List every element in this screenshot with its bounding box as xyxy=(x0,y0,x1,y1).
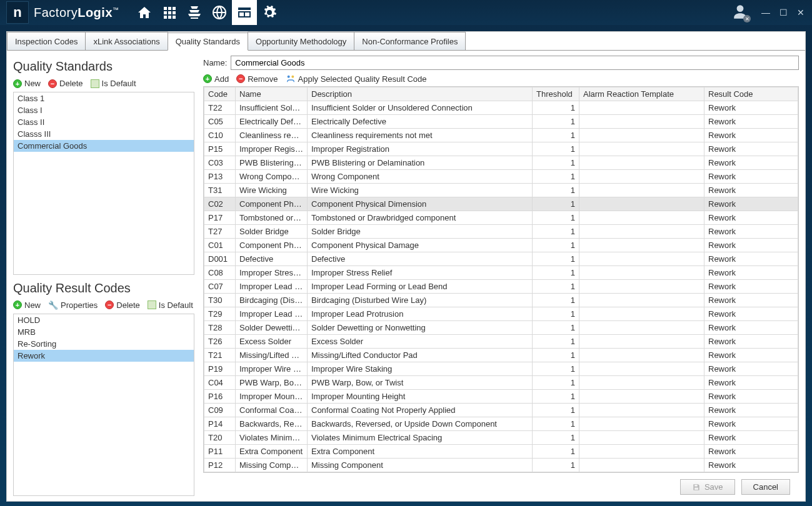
cell[interactable]: T28 xyxy=(204,321,236,335)
cell[interactable]: Rework xyxy=(704,129,798,142)
cell[interactable]: P13 xyxy=(204,170,236,184)
cell[interactable]: 1 xyxy=(533,390,579,404)
cell[interactable] xyxy=(579,445,704,459)
cell[interactable]: Component Physic... xyxy=(236,197,308,211)
cell[interactable]: C07 xyxy=(204,280,236,294)
cell[interactable] xyxy=(579,390,704,404)
maximize-button[interactable]: ☐ xyxy=(778,7,788,17)
add-row-button[interactable]: + Add xyxy=(203,74,229,84)
cell[interactable]: C05 xyxy=(204,115,236,129)
cell[interactable]: Tombstoned or Dr... xyxy=(236,211,308,225)
cell[interactable]: Electrically Defective xyxy=(308,115,533,129)
cell[interactable]: Missing Component xyxy=(236,459,308,472)
cell[interactable]: 1 xyxy=(533,239,579,252)
table-row[interactable]: P15Improper Registrati...Improper Regist… xyxy=(204,142,798,156)
cell[interactable]: Rework xyxy=(704,376,798,390)
cell[interactable] xyxy=(579,101,704,115)
new-standard-button[interactable]: + New xyxy=(13,79,41,88)
list-item[interactable]: Rework xyxy=(14,350,194,362)
table-row[interactable]: T26Excess SolderExcess Solder1Rework xyxy=(204,335,798,349)
table-row[interactable]: P14Backwards, Reverse...Backwards, Rever… xyxy=(204,417,798,431)
cell[interactable] xyxy=(579,376,704,390)
cell[interactable]: 1 xyxy=(533,142,579,156)
table-row[interactable]: P17Tombstoned or Dr...Tombstoned or Draw… xyxy=(204,211,798,225)
cell[interactable]: Rework xyxy=(704,321,798,335)
cell[interactable]: Rework xyxy=(704,431,798,445)
cell[interactable]: Component Physical Dimension xyxy=(308,197,533,211)
cell[interactable] xyxy=(579,417,704,431)
cell[interactable]: Violates Minimum... xyxy=(236,431,308,445)
cell[interactable]: Improper Mountin... xyxy=(236,390,308,404)
table-row[interactable]: T22Insufficient Solder...Insufficient So… xyxy=(204,101,798,115)
cell[interactable]: Missing/Lifted Conductor Pad xyxy=(308,349,533,362)
cell[interactable] xyxy=(579,335,704,349)
col-code[interactable]: Code xyxy=(204,87,236,101)
cell[interactable]: 1 xyxy=(533,362,579,376)
cell[interactable]: 1 xyxy=(533,280,579,294)
cell[interactable]: Improper Wire Sta... xyxy=(236,362,308,376)
table-row[interactable]: C05Electrically DefectiveElectrically De… xyxy=(204,115,798,129)
table-row[interactable]: D001DefectiveDefective1Rework xyxy=(204,252,798,266)
cell[interactable]: T31 xyxy=(204,184,236,197)
cell[interactable]: Wire Wicking xyxy=(308,184,533,197)
cell[interactable]: 1 xyxy=(533,307,579,321)
tab-inspection-codes[interactable]: Inspection Codes xyxy=(7,32,86,50)
cell[interactable] xyxy=(579,280,704,294)
save-button[interactable]: Save xyxy=(680,479,735,495)
cell[interactable]: Improper Wire Staking xyxy=(308,362,533,376)
cell[interactable]: C08 xyxy=(204,266,236,280)
browser-icon[interactable] xyxy=(232,0,257,25)
col-alarm[interactable]: Alarm Reaction Template xyxy=(579,87,704,101)
list-item[interactable]: Commercial Goods xyxy=(14,140,194,152)
cell[interactable]: Component Physical Damage xyxy=(308,239,533,252)
cell[interactable] xyxy=(579,211,704,225)
cell[interactable] xyxy=(579,307,704,321)
cell[interactable]: Conformal Coating... xyxy=(236,404,308,417)
cell[interactable]: P17 xyxy=(204,211,236,225)
cell[interactable]: Rework xyxy=(704,239,798,252)
list-item[interactable]: MRB xyxy=(14,326,194,338)
cell[interactable]: T27 xyxy=(204,225,236,239)
cell[interactable]: Electrically Defective xyxy=(236,115,308,129)
cell[interactable]: 1 xyxy=(533,156,579,170)
cell[interactable] xyxy=(579,349,704,362)
cell[interactable]: PWB Blistering or Delamination xyxy=(308,156,533,170)
cell[interactable]: Improper Lead Pro... xyxy=(236,307,308,321)
table-row[interactable]: T30Birdcaging (Disturb...Birdcaging (Dis… xyxy=(204,294,798,307)
cell[interactable]: Rework xyxy=(704,294,798,307)
table-row[interactable]: P11Extra ComponentExtra Component1Rework xyxy=(204,445,798,459)
table-row[interactable]: P16Improper Mountin...Improper Mounting … xyxy=(204,390,798,404)
cell[interactable]: 1 xyxy=(533,197,579,211)
cell[interactable]: C04 xyxy=(204,376,236,390)
cell[interactable]: Conformal Coating Not Properly Applied xyxy=(308,404,533,417)
cell[interactable]: Improper Mounting Height xyxy=(308,390,533,404)
list-item[interactable]: Re-Sorting xyxy=(14,338,194,350)
cell[interactable] xyxy=(579,404,704,417)
table-row[interactable]: P13Wrong ComponentWrong Component1Rework xyxy=(204,170,798,184)
cell[interactable]: Violates Minimum Electrical Spacing xyxy=(308,431,533,445)
cell[interactable]: D001 xyxy=(204,252,236,266)
cell[interactable]: 1 xyxy=(533,225,579,239)
cell[interactable]: PWB Warp, Bow, or... xyxy=(236,376,308,390)
cell[interactable]: Rework xyxy=(704,142,798,156)
close-button[interactable]: ✕ xyxy=(796,7,806,17)
delete-standard-button[interactable]: − Delete xyxy=(48,79,83,88)
cell[interactable]: Rework xyxy=(704,197,798,211)
cell[interactable]: T21 xyxy=(204,349,236,362)
delete-result-code-button[interactable]: − Delete xyxy=(105,300,140,310)
grid-icon[interactable] xyxy=(157,0,182,25)
cell[interactable] xyxy=(579,362,704,376)
cell[interactable]: Rework xyxy=(704,184,798,197)
cell[interactable]: Improper Lead Protrusion xyxy=(308,307,533,321)
cell[interactable]: Rework xyxy=(704,349,798,362)
cell[interactable]: Insufficient Solder or Unsoldered Connec… xyxy=(308,101,533,115)
cell[interactable] xyxy=(579,156,704,170)
cell[interactable]: Rework xyxy=(704,417,798,431)
cell[interactable]: 1 xyxy=(533,294,579,307)
cell[interactable]: Wire Wicking xyxy=(236,184,308,197)
layers-icon[interactable] xyxy=(182,0,207,25)
cell[interactable]: PWB Warp, Bow, or Twist xyxy=(308,376,533,390)
cell[interactable]: 1 xyxy=(533,404,579,417)
table-row[interactable]: T31Wire WickingWire Wicking1Rework xyxy=(204,184,798,197)
is-default-result-code-button[interactable]: Is Default xyxy=(148,300,193,310)
